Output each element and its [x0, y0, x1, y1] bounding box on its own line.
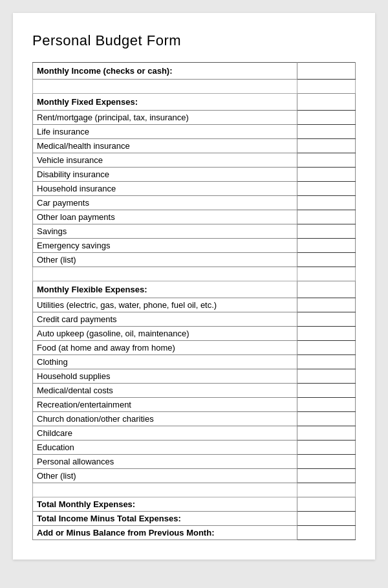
section-header-label: Monthly Fixed Expenses: — [33, 94, 297, 111]
table-row: Car payments — [33, 196, 356, 210]
row-label: Medical/dental costs — [33, 384, 297, 398]
empty-row — [33, 483, 356, 497]
table-row: Emergency savings — [33, 239, 356, 253]
row-value[interactable] — [297, 398, 356, 412]
section-header-label: Monthly Flexible Expenses: — [33, 281, 297, 298]
row-label: Education — [33, 441, 297, 455]
section-header-0: Monthly Income (checks or cash): — [33, 63, 356, 80]
table-row: Other (list) — [33, 253, 356, 267]
table-row: Recreation/entertainment — [33, 398, 356, 412]
row-label: Household supplies — [33, 369, 297, 384]
row-value[interactable] — [297, 111, 356, 125]
row-value[interactable] — [297, 455, 356, 469]
row-label: Credit card payments — [33, 312, 297, 327]
table-row: Education — [33, 441, 356, 455]
row-value[interactable] — [297, 196, 356, 210]
row-value[interactable] — [297, 369, 356, 384]
row-label: Clothing — [33, 355, 297, 369]
budget-table: Monthly Income (checks or cash): Monthly… — [32, 62, 356, 540]
row-label: Car payments — [33, 196, 297, 210]
row-label: Food (at home and away from home) — [33, 341, 297, 355]
row-value[interactable] — [297, 253, 356, 267]
table-row: Household supplies — [33, 369, 356, 384]
row-label: Other (list) — [33, 469, 297, 483]
row-value[interactable] — [297, 412, 356, 426]
row-value[interactable] — [297, 469, 356, 483]
section-header-value[interactable] — [297, 281, 356, 298]
empty-row — [33, 267, 356, 281]
total-label: Add or Minus Balance from Previous Month… — [33, 526, 297, 540]
row-label: Other (list) — [33, 253, 297, 267]
table-row: Medical/health insurance — [33, 139, 356, 153]
row-label: Recreation/entertainment — [33, 398, 297, 412]
table-row: Food (at home and away from home) — [33, 341, 356, 355]
row-label: Emergency savings — [33, 239, 297, 253]
table-row: Other loan payments — [33, 210, 356, 224]
total-row-2: Add or Minus Balance from Previous Month… — [33, 526, 356, 540]
table-row: Utilities (electric, gas, water, phone, … — [33, 298, 356, 312]
total-label: Total Income Minus Total Expenses: — [33, 512, 297, 526]
table-row: Auto upkeep (gasoline, oil, maintenance) — [33, 327, 356, 341]
row-label: Personal allowances — [33, 455, 297, 469]
row-value[interactable] — [297, 239, 356, 253]
total-row-0: Total Monthly Expenses: — [33, 497, 356, 512]
row-value[interactable] — [297, 224, 356, 239]
section-header-2: Monthly Flexible Expenses: — [33, 281, 356, 298]
total-label: Total Monthly Expenses: — [33, 497, 297, 512]
row-label: Utilities (electric, gas, water, phone, … — [33, 298, 297, 312]
row-label: Vehicle insurance — [33, 153, 297, 168]
row-label: Medical/health insurance — [33, 139, 297, 153]
row-label: Church donation/other charities — [33, 412, 297, 426]
row-label: Life insurance — [33, 125, 297, 139]
row-value[interactable] — [297, 327, 356, 341]
table-row: Personal allowances — [33, 455, 356, 469]
row-value[interactable] — [297, 441, 356, 455]
row-value[interactable] — [297, 384, 356, 398]
row-label: Other loan payments — [33, 210, 297, 224]
row-label: Disability insurance — [33, 168, 297, 182]
row-label: Childcare — [33, 426, 297, 441]
table-row: Savings — [33, 224, 356, 239]
row-value[interactable] — [297, 298, 356, 312]
row-value[interactable] — [297, 139, 356, 153]
row-label: Household insurance — [33, 182, 297, 196]
table-row: Rent/mortgage (principal, tax, insurance… — [33, 111, 356, 125]
row-value[interactable] — [297, 355, 356, 369]
row-value[interactable] — [297, 341, 356, 355]
section-header-1: Monthly Fixed Expenses: — [33, 94, 356, 111]
table-row: Clothing — [33, 355, 356, 369]
section-header-label: Monthly Income (checks or cash): — [33, 63, 297, 80]
row-value[interactable] — [297, 153, 356, 168]
table-row: Vehicle insurance — [33, 153, 356, 168]
table-row: Church donation/other charities — [33, 412, 356, 426]
row-value[interactable] — [297, 168, 356, 182]
table-row: Disability insurance — [33, 168, 356, 182]
empty-row — [33, 80, 356, 94]
total-value[interactable] — [297, 526, 356, 540]
section-header-value[interactable] — [297, 94, 356, 111]
row-label: Auto upkeep (gasoline, oil, maintenance) — [33, 327, 297, 341]
table-row: Life insurance — [33, 125, 356, 139]
table-row: Medical/dental costs — [33, 384, 356, 398]
table-row: Household insurance — [33, 182, 356, 196]
page: Personal Budget Form Monthly Income (che… — [13, 13, 375, 560]
total-row-1: Total Income Minus Total Expenses: — [33, 512, 356, 526]
row-value[interactable] — [297, 312, 356, 327]
total-value[interactable] — [297, 497, 356, 512]
table-row: Other (list) — [33, 469, 356, 483]
page-title: Personal Budget Form — [32, 32, 356, 49]
row-label: Savings — [33, 224, 297, 239]
row-label: Rent/mortgage (principal, tax, insurance… — [33, 111, 297, 125]
row-value[interactable] — [297, 182, 356, 196]
total-value[interactable] — [297, 512, 356, 526]
table-row: Childcare — [33, 426, 356, 441]
table-row: Credit card payments — [33, 312, 356, 327]
section-header-value[interactable] — [297, 63, 356, 80]
row-value[interactable] — [297, 426, 356, 441]
row-value[interactable] — [297, 210, 356, 224]
row-value[interactable] — [297, 125, 356, 139]
